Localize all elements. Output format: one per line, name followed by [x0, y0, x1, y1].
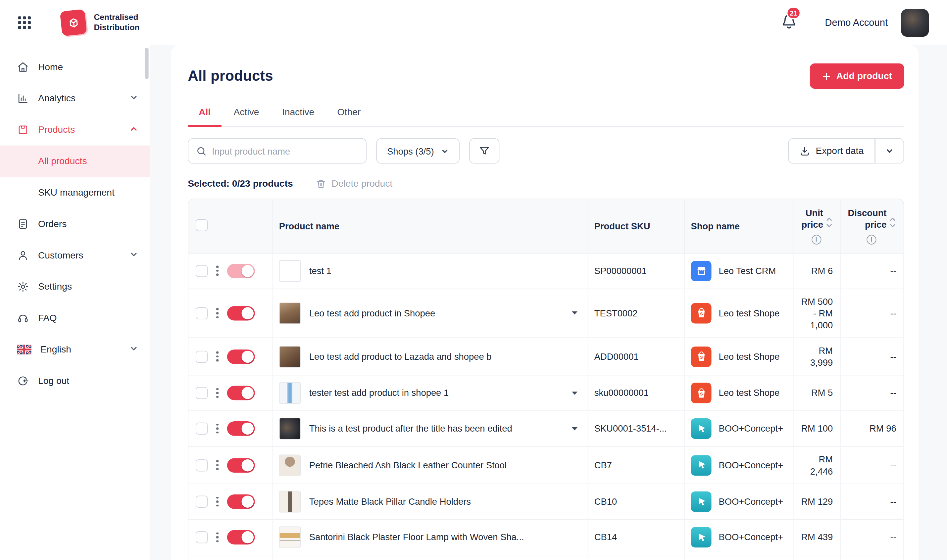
- row-checkbox[interactable]: [196, 265, 208, 277]
- row-menu-icon[interactable]: [214, 306, 220, 321]
- chevron-up-icon: [130, 125, 138, 135]
- product-thumbnail: [279, 260, 301, 282]
- brand-logo-icon: [60, 9, 87, 36]
- status-toggle[interactable]: [227, 530, 255, 545]
- row-checkbox[interactable]: [196, 531, 208, 543]
- table-row: Petrie Bleached Ash Black Leather Counte…: [188, 447, 903, 484]
- unit-price: [794, 555, 841, 560]
- sidebar-item-label: FAQ: [38, 313, 57, 324]
- shop-cell: S BOO+Concept+: [685, 484, 793, 520]
- select-all-checkbox[interactable]: [196, 219, 208, 231]
- tab-all[interactable]: All: [197, 103, 212, 126]
- sidebar-item-sku-management[interactable]: SKU management: [0, 177, 150, 208]
- sort-icon[interactable]: [825, 217, 833, 230]
- product-thumbnail: [279, 491, 301, 513]
- product-name-cell: [273, 555, 588, 560]
- row-checkbox[interactable]: [196, 423, 208, 435]
- products-table: Product name Product SKU Shop name Unit …: [188, 198, 904, 560]
- row-menu-icon[interactable]: [214, 421, 220, 436]
- row-checkbox[interactable]: [196, 459, 208, 471]
- header-unit-price: Unit price: [794, 199, 841, 253]
- status-toggle[interactable]: [227, 386, 255, 400]
- discount-price: --: [841, 289, 904, 338]
- sidebar-item-all-products[interactable]: All products: [0, 146, 150, 177]
- chevron-down-icon: [130, 344, 138, 355]
- account-name[interactable]: Demo Account: [825, 17, 888, 28]
- status-toggle[interactable]: [227, 349, 255, 364]
- shop-icon: S: [691, 303, 711, 323]
- table-row: S: [188, 555, 903, 560]
- header-shop-name: Shop name: [685, 199, 793, 253]
- sidebar-scrollbar[interactable]: [145, 48, 149, 79]
- shop-cell: S Leo test Shope: [685, 375, 793, 411]
- product-name-cell: Petrie Bleached Ash Black Leather Counte…: [273, 447, 588, 484]
- row-checkbox[interactable]: [196, 387, 208, 399]
- expand-caret-icon[interactable]: [568, 425, 581, 432]
- tab-active[interactable]: Active: [233, 103, 260, 126]
- sidebar-item-products[interactable]: Products: [0, 114, 150, 146]
- sidebar-item-home[interactable]: Home: [0, 51, 150, 83]
- shop-name: Leo test Shope: [719, 351, 779, 362]
- shops-filter-button[interactable]: Shops (3/5): [376, 138, 459, 164]
- sort-icon[interactable]: [889, 217, 896, 230]
- search-icon: [196, 146, 206, 156]
- sidebar-item-orders[interactable]: Orders: [0, 208, 150, 240]
- sidebar-item-language[interactable]: English: [0, 334, 150, 365]
- row-menu-icon[interactable]: [214, 530, 220, 545]
- search-input[interactable]: [212, 146, 358, 156]
- filter-button[interactable]: [469, 138, 499, 164]
- row-menu-icon[interactable]: [214, 458, 220, 472]
- analytics-icon: [17, 92, 29, 104]
- export-options-button[interactable]: [875, 138, 904, 164]
- shop-icon: S: [691, 346, 711, 367]
- info-icon[interactable]: [811, 235, 821, 244]
- svg-text:S: S: [700, 355, 703, 360]
- row-controls-cell: [188, 447, 273, 484]
- status-toggle[interactable]: [227, 458, 255, 472]
- sidebar-item-customers[interactable]: Customers: [0, 240, 150, 271]
- sidebar-item-analytics[interactable]: Analytics: [0, 83, 150, 114]
- shop-cell: S Leo test Shope: [685, 289, 793, 338]
- status-toggle[interactable]: [227, 422, 255, 436]
- shop-name: BOO+Concept+: [719, 423, 783, 435]
- shop-name: BOO+Concept+: [719, 459, 783, 471]
- row-menu-icon[interactable]: [214, 386, 220, 400]
- product-sku: sku00000001: [588, 375, 685, 411]
- sidebar-item-logout[interactable]: Log out: [0, 365, 150, 397]
- status-toggle[interactable]: [227, 306, 255, 320]
- status-toggle[interactable]: [227, 494, 255, 509]
- export-data-button[interactable]: Export data: [788, 138, 875, 164]
- sidebar-item-faq[interactable]: FAQ: [0, 303, 150, 334]
- product-thumbnail: [279, 418, 301, 440]
- discount-price: --: [841, 484, 904, 520]
- expand-caret-icon[interactable]: [568, 309, 581, 317]
- info-icon[interactable]: [867, 235, 876, 244]
- row-checkbox[interactable]: [196, 307, 208, 319]
- tab-inactive[interactable]: Inactive: [281, 103, 316, 126]
- selection-bar: Selected: 0/23 products Delete product: [188, 178, 904, 189]
- row-checkbox[interactable]: [196, 495, 208, 508]
- notifications-bell-icon[interactable]: 21: [781, 13, 797, 32]
- product-thumbnail: [279, 526, 301, 548]
- delete-product-button[interactable]: Delete product: [316, 178, 393, 189]
- add-product-button[interactable]: Add product: [810, 63, 904, 89]
- row-menu-icon[interactable]: [214, 349, 220, 364]
- status-toggle[interactable]: [227, 263, 255, 278]
- discount-price: [841, 555, 904, 560]
- row-menu-icon[interactable]: [214, 494, 220, 509]
- app-grid-icon[interactable]: [18, 16, 31, 29]
- orders-icon: [17, 218, 29, 230]
- row-controls-cell: [188, 555, 273, 560]
- chevron-down-icon: [885, 147, 894, 155]
- shop-cell: S Leo Test CRM: [685, 253, 793, 289]
- product-name-cell: Santorini Black Plaster Floor Lamp with …: [273, 520, 588, 555]
- unit-price: RM 129: [794, 484, 841, 520]
- expand-caret-icon[interactable]: [568, 389, 581, 397]
- funnel-icon: [479, 146, 490, 157]
- sidebar-item-settings[interactable]: Settings: [0, 271, 150, 303]
- table-row: Leo test add product in Shopee TEST0002 …: [188, 289, 903, 338]
- row-checkbox[interactable]: [196, 351, 208, 362]
- tab-other[interactable]: Other: [336, 103, 362, 126]
- avatar[interactable]: [901, 9, 929, 36]
- row-menu-icon[interactable]: [214, 263, 220, 278]
